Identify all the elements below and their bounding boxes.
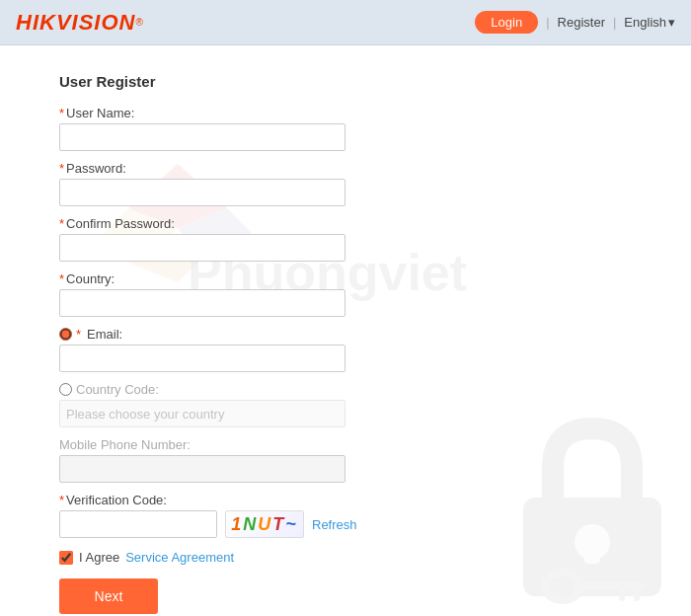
contact-type-radio-row: * Email: xyxy=(59,327,632,342)
next-button[interactable]: Next xyxy=(59,578,158,614)
language-label: English xyxy=(624,15,666,30)
country-code-label: Country Code: xyxy=(59,382,632,397)
country-label: *Country: xyxy=(59,271,632,286)
header: HIKVISION® Login | Register | English ▾ xyxy=(0,0,691,45)
country-code-section: Country Code: Please choose your country xyxy=(59,382,632,427)
register-link[interactable]: Register xyxy=(558,15,605,30)
verification-label: *Verification Code: xyxy=(59,493,632,507)
logo-area: HIKVISION® xyxy=(16,10,143,36)
mobile-input xyxy=(59,455,346,483)
agree-row: I Agree Service Agreement xyxy=(59,550,632,565)
email-radio-option[interactable]: * Email: xyxy=(59,327,122,342)
nav-separator-2: | xyxy=(613,15,616,30)
password-group: *Password: xyxy=(59,161,632,206)
agree-text: I Agree xyxy=(79,550,119,565)
confirm-password-label: *Confirm Password: xyxy=(59,216,632,231)
country-code-label-text: Country Code: xyxy=(76,382,159,397)
country-group: *Country: xyxy=(59,271,632,317)
refresh-captcha-link[interactable]: Refresh xyxy=(312,517,357,532)
form-title: User Register xyxy=(59,73,632,90)
email-radio[interactable] xyxy=(59,328,72,341)
nav-separator-1: | xyxy=(546,15,549,30)
verification-group: *Verification Code: 1 N U T ~ Refresh xyxy=(59,493,632,538)
confirm-password-group: *Confirm Password: xyxy=(59,216,632,262)
password-required-star: * xyxy=(59,161,64,176)
email-required-star: * xyxy=(76,327,81,342)
username-required-star: * xyxy=(59,106,64,120)
username-group: *User Name: xyxy=(59,106,632,151)
verify-row: 1 N U T ~ Refresh xyxy=(59,510,632,538)
country-required-star: * xyxy=(59,271,64,286)
verification-input[interactable] xyxy=(59,510,217,538)
mobile-group: Mobile Phone Number: xyxy=(59,437,632,483)
captcha-char-1: 1 xyxy=(231,514,243,535)
captcha-char-3: U xyxy=(258,514,272,535)
captcha-char-5: ~ xyxy=(285,514,298,535)
confirm-required-star: * xyxy=(59,216,64,231)
verification-required-star: * xyxy=(59,493,64,507)
chevron-down-icon: ▾ xyxy=(668,15,675,30)
password-input[interactable] xyxy=(59,179,346,206)
phone-radio[interactable] xyxy=(59,383,72,396)
email-radio-label: Email: xyxy=(87,327,122,342)
password-label: *Password: xyxy=(59,161,632,176)
username-input[interactable] xyxy=(59,123,346,151)
confirm-password-input[interactable] xyxy=(59,234,346,262)
login-button[interactable]: Login xyxy=(475,11,538,34)
agree-checkbox[interactable] xyxy=(59,551,73,565)
service-agreement-link[interactable]: Service Agreement xyxy=(125,550,234,565)
form-container: User Register *User Name: *Password: *Co… xyxy=(0,45,691,616)
captcha-char-4: T xyxy=(272,514,285,535)
username-label: *User Name: xyxy=(59,106,632,120)
captcha-char-2: N xyxy=(243,514,258,535)
email-group: * Email: xyxy=(59,327,632,372)
language-selector[interactable]: English ▾ xyxy=(624,15,675,30)
logo-reg: ® xyxy=(135,17,142,28)
phone-radio-option[interactable]: Country Code: xyxy=(59,382,159,397)
email-input[interactable] xyxy=(59,345,346,372)
captcha-image: 1 N U T ~ xyxy=(225,510,304,538)
country-input[interactable] xyxy=(59,289,346,317)
country-code-select: Please choose your country xyxy=(59,400,346,427)
header-nav: Login | Register | English ▾ xyxy=(475,11,675,34)
main-content: Phuongviet User Register *User Name: xyxy=(0,45,691,616)
mobile-label: Mobile Phone Number: xyxy=(59,437,632,452)
logo-text: HIKVISION xyxy=(16,10,135,36)
